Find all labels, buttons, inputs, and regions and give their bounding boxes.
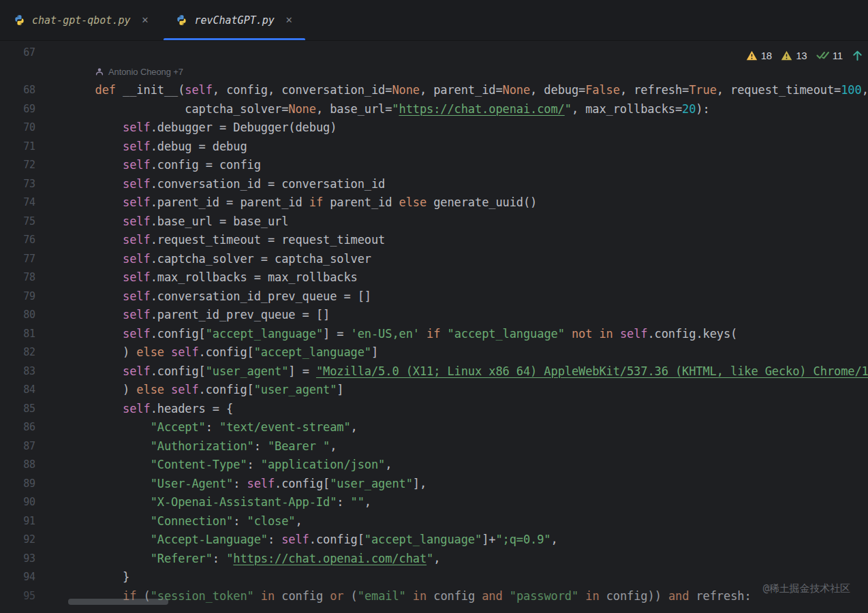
line-number[interactable]: 80 [0,306,35,325]
scroll-up-arrow-icon[interactable] [852,50,863,61]
code-token: self [171,345,199,359]
line-number[interactable]: 82 [0,343,35,362]
code-line[interactable]: 72 self.config = config [0,156,868,175]
line-number[interactable]: 85 [0,400,35,419]
line-number[interactable]: 87 [0,437,35,456]
line-number[interactable]: 73 [0,175,35,194]
line-number[interactable]: 89 [0,475,35,494]
line-number[interactable]: 70 [0,119,35,138]
line-number[interactable]: 93 [0,550,35,569]
code-line[interactable]: 88 "Content-Type": "application/json", [0,456,868,475]
tab-close-icon[interactable]: ✕ [142,16,149,25]
code-token: "" [351,495,365,509]
code-line[interactable]: 74 self.parent_id = parent_id if parent_… [0,193,868,213]
python-file-icon [14,14,25,26]
line-number[interactable]: 92 [0,531,35,550]
code-token [67,252,123,266]
code-line[interactable]: 86 "Accept": "text/event-stream", [0,418,868,437]
code-token: " [427,552,433,565]
tab-revchatgpt[interactable]: revChatGPT.py ✕ [162,0,306,40]
code-token: " [226,552,233,565]
code-line[interactable]: 84 ) else self.config["user_agent"] [0,381,868,400]
line-number[interactable]: 79 [0,287,35,306]
code-token: else [399,195,427,209]
code-token [67,308,123,321]
code-token [67,533,151,546]
code-token: , refresh= [620,83,689,97]
line-number[interactable]: 76 [0,231,35,250]
line-number[interactable]: 71 [0,138,35,157]
line-number[interactable]: 69 [0,100,35,119]
code-line[interactable]: 76 self.request_timeout = request_timeou… [0,231,868,250]
code-line[interactable]: 75 self.base_url = base_url [0,213,868,232]
code-token: .max_rollbacks = max_rollbacks [151,270,358,284]
code-line[interactable]: 83 self.config["user_agent"] = "Mozilla/… [0,362,868,381]
code-token: "user_agent" [330,477,413,490]
line-number[interactable]: 67 [0,44,35,63]
code-line[interactable]: 85 self.headers = { [0,400,868,419]
code-token: ) [67,383,136,396]
line-number[interactable]: 88 [0,456,35,475]
code-line[interactable]: 79 self.conversation_id_prev_queue = [] [0,287,868,306]
code-token: config [427,589,482,603]
code-token [67,402,123,415]
line-number[interactable]: 83 [0,362,35,381]
line-number[interactable]: 94 [0,568,35,587]
line-number[interactable]: 95 [0,587,35,606]
blame-annotation[interactable]: Antonio Cheong +7 [95,63,183,82]
line-number[interactable]: 81 [0,325,35,344]
code-line[interactable]: 69 captcha_solver=None, base_url="https:… [0,100,868,119]
line-number[interactable]: 90 [0,493,35,512]
tab-close-icon[interactable]: ✕ [285,16,293,25]
code-line[interactable]: 73 self.conversation_id = conversation_i… [0,175,868,194]
warning-count[interactable]: 18 [746,50,773,61]
code-line[interactable]: 91 "Connection": "close", [0,512,868,531]
code-line[interactable]: 81 self.config["accept_language"] = 'en-… [0,325,868,344]
code-token: "text/event-stream" [219,420,351,434]
code-token: if [309,195,323,209]
code-area[interactable]: 67Antonio Cheong +768 def __init__(self,… [0,41,868,613]
line-number[interactable]: 78 [0,268,35,287]
code-line[interactable]: 87 "Authorization": "Bearer ", [0,437,868,456]
weak-warning-count[interactable]: 13 [781,50,807,61]
code-token: https://chat.openai.com/ [399,102,565,116]
line-number[interactable]: 91 [0,512,35,531]
code-token: "Bearer " [268,439,330,453]
code-token: config [275,589,330,603]
line-number[interactable]: 84 [0,381,35,400]
tab-chat-gpt-qbot[interactable]: chat-gpt-qbot.py ✕ [0,0,162,40]
code-text: "Connection": "close", [67,512,303,531]
code-line[interactable]: 90 "X-Openai-Assistant-App-Id": "", [0,493,868,512]
code-line[interactable]: 78 self.max_rollbacks = max_rollbacks [0,268,868,287]
passed-count[interactable]: 11 [816,50,843,61]
code-line[interactable]: 82 ) else self.config["accept_language"] [0,343,868,362]
code-line[interactable]: 68 def __init__(self, config, conversati… [0,81,868,100]
horizontal-scrollbar-thumb[interactable] [68,599,168,605]
code-line[interactable]: 80 self.parent_id_prev_queue = [] [0,306,868,325]
code-token: False [585,83,620,97]
line-number[interactable]: 68 [0,81,35,100]
code-token: not in [572,327,613,341]
code-line[interactable]: 71 self.debug = debug [0,138,868,157]
line-number[interactable]: 86 [0,418,35,437]
line-number[interactable]: 75 [0,213,35,232]
code-line[interactable]: 67 [0,44,868,63]
code-editor[interactable]: 67Antonio Cheong +768 def __init__(self,… [0,41,868,613]
code-line[interactable]: 89 "User-Agent": self.config["user_agent… [0,475,868,494]
code-token: .parent_id = parent_id [151,195,309,209]
code-token: def [95,83,123,97]
weak-warning-triangle-icon [781,50,792,61]
blame-row: Antonio Cheong +7 [0,63,868,82]
code-line[interactable]: 77 self.captcha_solver = captcha_solver [0,250,868,269]
code-token: , [862,83,868,97]
line-number[interactable]: 72 [0,156,35,175]
code-token: ]+ [482,533,495,546]
code-line[interactable]: 93 "Referer": "https://chat.openai.com/c… [0,550,868,569]
line-number[interactable]: 77 [0,250,35,269]
line-number[interactable]: 74 [0,193,35,213]
double-check-icon [816,51,829,60]
code-token: .config[ [151,364,206,378]
code-line[interactable]: 94 } [0,568,868,587]
code-line[interactable]: 70 self.debugger = Debugger(debug) [0,119,868,138]
code-line[interactable]: 92 "Accept-Language": self.config["accep… [0,531,868,550]
